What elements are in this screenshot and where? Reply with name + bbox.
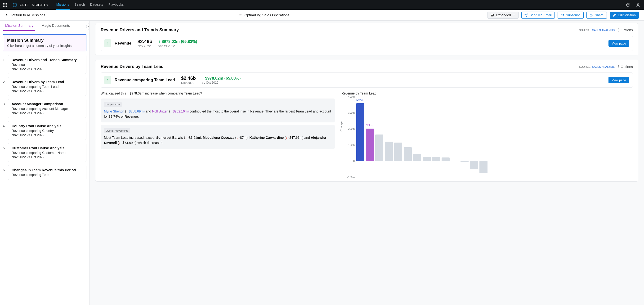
mission-title[interactable]: Optimizing Sales Operations: [244, 13, 289, 17]
pencil-icon: [613, 14, 616, 17]
help-icon[interactable]: [625, 2, 631, 8]
user-icon[interactable]: [635, 2, 641, 8]
svg-point-2: [637, 4, 639, 5]
list-icon: [238, 13, 242, 17]
source-label: SOURCE: SALES ANALYSIS: [579, 65, 615, 68]
options-menu[interactable]: Options: [618, 28, 633, 32]
mail-icon: [561, 14, 564, 17]
brand-text: AUTO INSIGHTS: [20, 3, 48, 7]
sidebar-item[interactable]: Changes in Team Revenue this PeriodReven…: [8, 165, 86, 180]
app-switcher-icon[interactable]: [3, 3, 7, 7]
source-label: SOURCE: SALES ANALYSIS: [579, 29, 615, 32]
subscribe-button[interactable]: Subscribe: [558, 12, 584, 19]
tab-magic-documents[interactable]: Magic Documents: [40, 20, 72, 31]
share-icon: [590, 14, 593, 17]
panel-revenue-summary: Revenue Drivers and Trends Summary SOURC…: [95, 23, 638, 56]
options-menu[interactable]: Options: [618, 65, 633, 69]
insight-largest-size: Largest size Myrle Shelton (↑ $358.69m) …: [100, 98, 335, 122]
item-number: 6: [3, 165, 5, 172]
bulb-icon: [13, 3, 17, 7]
view-page-button[interactable]: View page: [608, 40, 629, 47]
top-nav: Missions Search Datasets Playbooks: [56, 0, 124, 10]
send-email-button[interactable]: Send via Email: [521, 12, 555, 19]
driver-question: What caused this ↑ $978.02m increase whe…: [100, 92, 335, 95]
tab-mission-summary[interactable]: Mission Summary: [3, 20, 35, 31]
item-number: 2: [3, 77, 5, 84]
sidebar-item[interactable]: Country Root Cause AnalysisRevenue compa…: [8, 121, 86, 140]
source-link[interactable]: SALES ANALYSIS: [592, 29, 615, 32]
nav-search[interactable]: Search: [74, 0, 85, 10]
chart-title: Revenue by Team Lead: [342, 92, 633, 95]
sidebar-item[interactable]: Account Manager ComparisonRevenue compar…: [8, 99, 86, 118]
layout-icon: [490, 14, 494, 17]
item-number: 3: [3, 99, 5, 106]
nav-missions[interactable]: Missions: [56, 0, 70, 10]
arrow-up-icon: ↑: [104, 39, 111, 47]
back-link[interactable]: Return to all Missions: [5, 13, 45, 17]
arrow-left-icon: [5, 13, 9, 17]
item-number: 4: [3, 121, 5, 128]
arrow-up-icon: ↑: [104, 76, 111, 84]
chevron-down-icon: [513, 14, 516, 16]
svg-rect-4: [491, 16, 494, 16]
insight-overall-movements: Overall movements Most Team Lead increas…: [100, 125, 335, 149]
nav-datasets[interactable]: Datasets: [90, 0, 104, 10]
svg-rect-3: [491, 14, 494, 15]
bar-chart: Change -100m0100m200m300m400m Myrle …Nol…: [342, 96, 633, 177]
view-mode-select[interactable]: Expanded: [488, 12, 518, 19]
view-page-button[interactable]: View page: [608, 77, 629, 83]
send-icon: [524, 14, 528, 17]
item-number: 5: [3, 143, 5, 150]
panel-title: Revenue Drivers and Trends Summary: [100, 28, 579, 32]
edit-mission-button[interactable]: Edit Mission: [610, 12, 639, 19]
brand-logo: AUTO INSIGHTS: [13, 3, 48, 7]
share-button[interactable]: Share: [586, 12, 606, 19]
sidebar-item[interactable]: Revenue Drivers and Trends SummaryRevenu…: [8, 55, 86, 74]
chevron-down-icon[interactable]: [292, 14, 294, 16]
panel-title: Revenue Drivers by Team Lead: [100, 64, 579, 69]
nav-playbooks[interactable]: Playbooks: [108, 0, 124, 10]
mission-summary-callout[interactable]: Mission Summary Click here to get a summ…: [3, 34, 86, 52]
sidebar-item[interactable]: Revenue Drivers by Team LeadRevenue comp…: [8, 77, 86, 96]
sidebar-item[interactable]: Customer Root Cause AnalysisRevenue comp…: [8, 143, 86, 162]
panel-team-lead: Revenue Drivers by Team Lead SOURCE: SAL…: [95, 60, 638, 182]
item-number: 1: [3, 55, 5, 62]
source-link[interactable]: SALES ANALYSIS: [592, 65, 615, 68]
